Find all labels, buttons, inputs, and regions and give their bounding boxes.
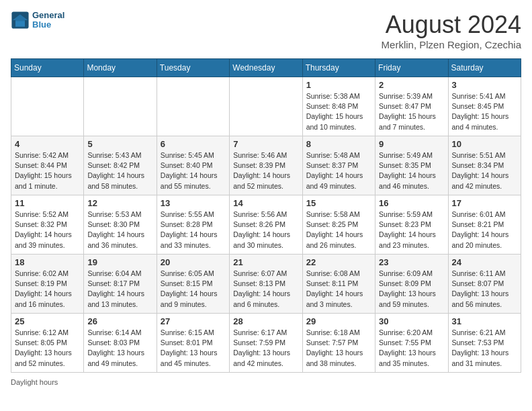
calendar-cell: 24Sunrise: 6:11 AMSunset: 8:07 PMDayligh… — [448, 255, 521, 314]
calendar-cell: 5Sunrise: 5:43 AMSunset: 8:42 PMDaylight… — [84, 136, 157, 195]
footer: Daylight hours — [11, 378, 521, 386]
calendar-cell: 8Sunrise: 5:48 AMSunset: 8:37 PMDaylight… — [302, 136, 375, 195]
calendar-cell: 27Sunrise: 6:15 AMSunset: 8:01 PMDayligh… — [157, 314, 229, 373]
calendar-cell: 25Sunrise: 6:12 AMSunset: 8:05 PMDayligh… — [11, 314, 84, 373]
calendar-cell: 21Sunrise: 6:07 AMSunset: 8:13 PMDayligh… — [230, 255, 302, 314]
logo-icon — [11, 11, 30, 30]
calendar-cell: 26Sunrise: 6:14 AMSunset: 8:03 PMDayligh… — [84, 314, 157, 373]
day-info: Sunrise: 5:41 AMSunset: 8:45 PMDaylight:… — [452, 91, 517, 132]
logo-text: General Blue — [32, 11, 64, 30]
calendar-cell: 15Sunrise: 5:58 AMSunset: 8:25 PMDayligh… — [302, 195, 375, 255]
calendar-cell: 31Sunrise: 6:21 AMSunset: 7:53 PMDayligh… — [448, 314, 521, 373]
day-info: Sunrise: 6:08 AMSunset: 8:11 PMDaylight:… — [306, 269, 371, 310]
calendar-cell: 3Sunrise: 5:41 AMSunset: 8:45 PMDaylight… — [448, 77, 521, 136]
day-number: 23 — [379, 257, 444, 267]
title-area: August 2024 Merklin, Plzen Region, Czech… — [382, 11, 521, 50]
day-number: 9 — [379, 139, 444, 149]
calendar-header-day: Friday — [375, 59, 448, 77]
day-number: 20 — [161, 257, 226, 267]
day-number: 24 — [452, 257, 517, 267]
calendar-cell: 19Sunrise: 6:04 AMSunset: 8:17 PMDayligh… — [84, 255, 157, 314]
calendar: SundayMondayTuesdayWednesdayThursdayFrid… — [11, 58, 521, 373]
day-number: 11 — [15, 198, 80, 208]
calendar-cell: 18Sunrise: 6:02 AMSunset: 8:19 PMDayligh… — [11, 255, 84, 314]
day-number: 8 — [306, 139, 371, 149]
day-info: Sunrise: 6:14 AMSunset: 8:03 PMDaylight:… — [87, 328, 152, 369]
day-info: Sunrise: 5:59 AMSunset: 8:23 PMDaylight:… — [379, 210, 444, 250]
calendar-cell: 17Sunrise: 6:01 AMSunset: 8:21 PMDayligh… — [448, 195, 521, 255]
day-info: Sunrise: 5:46 AMSunset: 8:39 PMDaylight:… — [233, 150, 298, 191]
calendar-header-day: Thursday — [302, 59, 375, 77]
calendar-cell — [11, 77, 84, 136]
day-info: Sunrise: 5:38 AMSunset: 8:48 PMDaylight:… — [306, 91, 371, 132]
calendar-week-row: 1Sunrise: 5:38 AMSunset: 8:48 PMDaylight… — [11, 77, 521, 136]
calendar-cell: 13Sunrise: 5:55 AMSunset: 8:28 PMDayligh… — [157, 195, 229, 255]
calendar-cell: 12Sunrise: 5:53 AMSunset: 8:30 PMDayligh… — [84, 195, 157, 255]
calendar-cell: 16Sunrise: 5:59 AMSunset: 8:23 PMDayligh… — [375, 195, 448, 255]
day-number: 13 — [161, 198, 226, 208]
day-info: Sunrise: 5:49 AMSunset: 8:35 PMDaylight:… — [379, 150, 444, 191]
calendar-cell: 29Sunrise: 6:18 AMSunset: 7:57 PMDayligh… — [302, 314, 375, 373]
day-number: 30 — [379, 316, 444, 326]
day-number: 1 — [306, 80, 371, 90]
calendar-cell: 7Sunrise: 5:46 AMSunset: 8:39 PMDaylight… — [230, 136, 302, 195]
day-info: Sunrise: 6:17 AMSunset: 7:59 PMDaylight:… — [233, 328, 298, 369]
day-info: Sunrise: 5:48 AMSunset: 8:37 PMDaylight:… — [306, 150, 371, 191]
day-info: Sunrise: 6:20 AMSunset: 7:55 PMDaylight:… — [379, 328, 444, 369]
day-number: 19 — [87, 257, 152, 267]
calendar-cell: 1Sunrise: 5:38 AMSunset: 8:48 PMDaylight… — [302, 77, 375, 136]
calendar-cell — [84, 77, 157, 136]
calendar-cell: 4Sunrise: 5:42 AMSunset: 8:44 PMDaylight… — [11, 136, 84, 195]
day-info: Sunrise: 5:51 AMSunset: 8:34 PMDaylight:… — [452, 150, 517, 191]
calendar-cell: 2Sunrise: 5:39 AMSunset: 8:47 PMDaylight… — [375, 77, 448, 136]
calendar-cell: 20Sunrise: 6:05 AMSunset: 8:15 PMDayligh… — [157, 255, 229, 314]
day-info: Sunrise: 6:21 AMSunset: 7:53 PMDaylight:… — [452, 328, 517, 369]
calendar-cell: 14Sunrise: 5:56 AMSunset: 8:26 PMDayligh… — [230, 195, 302, 255]
day-info: Sunrise: 6:01 AMSunset: 8:21 PMDaylight:… — [452, 210, 517, 250]
calendar-cell: 28Sunrise: 6:17 AMSunset: 7:59 PMDayligh… — [230, 314, 302, 373]
calendar-cell — [157, 77, 229, 136]
month-year: August 2024 — [382, 11, 521, 39]
day-number: 31 — [452, 316, 517, 326]
day-info: Sunrise: 6:04 AMSunset: 8:17 PMDaylight:… — [87, 269, 152, 310]
day-info: Sunrise: 5:43 AMSunset: 8:42 PMDaylight:… — [87, 150, 152, 191]
calendar-cell — [230, 77, 302, 136]
day-info: Sunrise: 5:52 AMSunset: 8:32 PMDaylight:… — [15, 210, 80, 250]
calendar-cell: 6Sunrise: 5:45 AMSunset: 8:40 PMDaylight… — [157, 136, 229, 195]
day-info: Sunrise: 6:18 AMSunset: 7:57 PMDaylight:… — [306, 328, 371, 369]
day-number: 21 — [233, 257, 298, 267]
location: Merklin, Plzen Region, Czechia — [382, 39, 521, 50]
day-number: 27 — [161, 316, 226, 326]
day-number: 18 — [15, 257, 80, 267]
day-info: Sunrise: 6:05 AMSunset: 8:15 PMDaylight:… — [161, 269, 226, 310]
day-number: 7 — [233, 139, 298, 149]
daylight-note: Daylight hours — [11, 378, 58, 386]
day-number: 25 — [15, 316, 80, 326]
day-number: 29 — [306, 316, 371, 326]
day-number: 17 — [452, 198, 517, 208]
calendar-header-day: Sunday — [11, 59, 84, 77]
day-number: 15 — [306, 198, 371, 208]
day-info: Sunrise: 5:58 AMSunset: 8:25 PMDaylight:… — [306, 210, 371, 250]
calendar-week-row: 18Sunrise: 6:02 AMSunset: 8:19 PMDayligh… — [11, 255, 521, 314]
day-info: Sunrise: 5:42 AMSunset: 8:44 PMDaylight:… — [15, 150, 80, 191]
day-number: 12 — [87, 198, 152, 208]
calendar-header-day: Tuesday — [157, 59, 229, 77]
day-info: Sunrise: 6:11 AMSunset: 8:07 PMDaylight:… — [452, 269, 517, 310]
calendar-week-row: 25Sunrise: 6:12 AMSunset: 8:05 PMDayligh… — [11, 314, 521, 373]
calendar-week-row: 4Sunrise: 5:42 AMSunset: 8:44 PMDaylight… — [11, 136, 521, 195]
calendar-cell: 23Sunrise: 6:09 AMSunset: 8:09 PMDayligh… — [375, 255, 448, 314]
calendar-header-day: Wednesday — [230, 59, 302, 77]
day-info: Sunrise: 5:45 AMSunset: 8:40 PMDaylight:… — [161, 150, 226, 191]
day-info: Sunrise: 6:02 AMSunset: 8:19 PMDaylight:… — [15, 269, 80, 310]
day-number: 26 — [87, 316, 152, 326]
day-number: 28 — [233, 316, 298, 326]
day-info: Sunrise: 6:07 AMSunset: 8:13 PMDaylight:… — [233, 269, 298, 310]
calendar-cell: 9Sunrise: 5:49 AMSunset: 8:35 PMDaylight… — [375, 136, 448, 195]
day-number: 22 — [306, 257, 371, 267]
day-info: Sunrise: 6:15 AMSunset: 8:01 PMDaylight:… — [161, 328, 226, 369]
calendar-header-day: Monday — [84, 59, 157, 77]
day-info: Sunrise: 6:09 AMSunset: 8:09 PMDaylight:… — [379, 269, 444, 310]
day-info: Sunrise: 6:12 AMSunset: 8:05 PMDaylight:… — [15, 328, 80, 369]
calendar-cell: 30Sunrise: 6:20 AMSunset: 7:55 PMDayligh… — [375, 314, 448, 373]
